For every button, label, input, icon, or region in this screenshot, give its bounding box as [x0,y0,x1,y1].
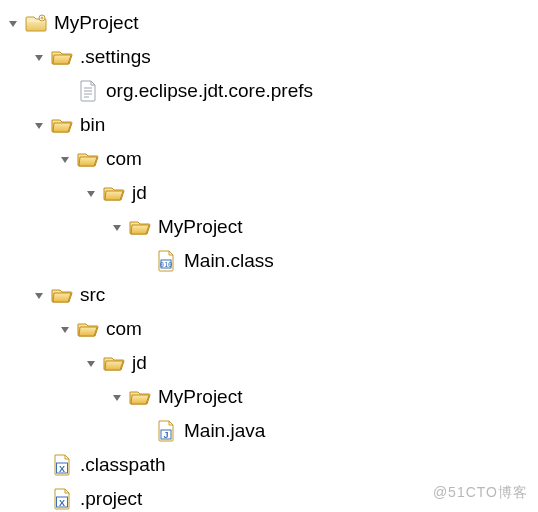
tree-label: Main.java [184,419,265,443]
tree-row-bin-myproject[interactable]: MyProject [4,210,534,244]
expand-toggle[interactable] [56,150,74,168]
tree-row-src-myproject[interactable]: MyProject [4,380,534,414]
tree-row-bin[interactable]: bin [4,108,534,142]
svg-marker-9 [87,191,95,197]
tree-row-prefs[interactable]: org.eclipse.jdt.core.prefs [4,74,534,108]
folder-open-icon [50,113,74,137]
svg-text:J: J [163,430,168,440]
expand-toggle[interactable] [4,14,22,32]
expand-toggle[interactable] [56,320,74,338]
tree-row-main-java[interactable]: J Main.java [4,414,534,448]
tree-label: src [80,283,105,307]
tree-label: com [106,317,142,341]
tree-row-bin-com[interactable]: com [4,142,534,176]
svg-marker-13 [35,293,43,299]
expand-toggle[interactable] [30,116,48,134]
expand-toggle[interactable] [30,48,48,66]
tree-label: MyProject [158,385,242,409]
tree-label: org.eclipse.jdt.core.prefs [106,79,313,103]
tree-label: .project [80,487,142,511]
expand-toggle[interactable] [30,286,48,304]
tree-label: Main.class [184,249,274,273]
tree-row-classpath[interactable]: X .classpath [4,448,534,482]
tree-label: bin [80,113,105,137]
watermark: @51CTO博客 [433,484,528,502]
folder-open-icon [102,351,126,375]
svg-marker-7 [35,123,43,129]
xml-file-icon: X [50,487,74,511]
expand-toggle[interactable] [108,218,126,236]
svg-text:010: 010 [160,261,173,269]
tree-row-bin-jd[interactable]: jd [4,176,534,210]
tree-label: MyProject [158,215,242,239]
folder-open-icon [50,283,74,307]
tree-row-settings[interactable]: .settings [4,40,534,74]
java-file-icon: J [154,419,178,443]
svg-marker-16 [113,395,121,401]
svg-marker-14 [61,327,69,333]
svg-text:X: X [59,464,65,474]
xml-file-icon: X [50,453,74,477]
tree-row-main-class[interactable]: 010 Main.class [4,244,534,278]
text-file-icon [76,79,100,103]
expand-toggle[interactable] [82,354,100,372]
folder-open-icon [102,181,126,205]
tree-row-root[interactable]: MyProject [4,6,534,40]
folder-open-icon [128,215,152,239]
tree-row-src-jd[interactable]: jd [4,346,534,380]
project-folder-icon [24,11,48,35]
folder-open-icon [76,147,100,171]
tree-label: com [106,147,142,171]
folder-open-icon [76,317,100,341]
svg-marker-2 [35,55,43,61]
svg-marker-15 [87,361,95,367]
svg-text:X: X [59,498,65,508]
tree-label: .settings [80,45,151,69]
tree-label: jd [132,181,147,205]
expand-toggle[interactable] [82,184,100,202]
tree-row-src-com[interactable]: com [4,312,534,346]
expand-toggle[interactable] [108,388,126,406]
folder-open-icon [50,45,74,69]
class-file-icon: 010 [154,249,178,273]
svg-marker-0 [9,21,17,27]
tree-label: .classpath [80,453,166,477]
svg-marker-8 [61,157,69,163]
tree-label: MyProject [54,11,138,35]
tree-row-src[interactable]: src [4,278,534,312]
svg-marker-10 [113,225,121,231]
folder-open-icon [128,385,152,409]
tree-label: jd [132,351,147,375]
